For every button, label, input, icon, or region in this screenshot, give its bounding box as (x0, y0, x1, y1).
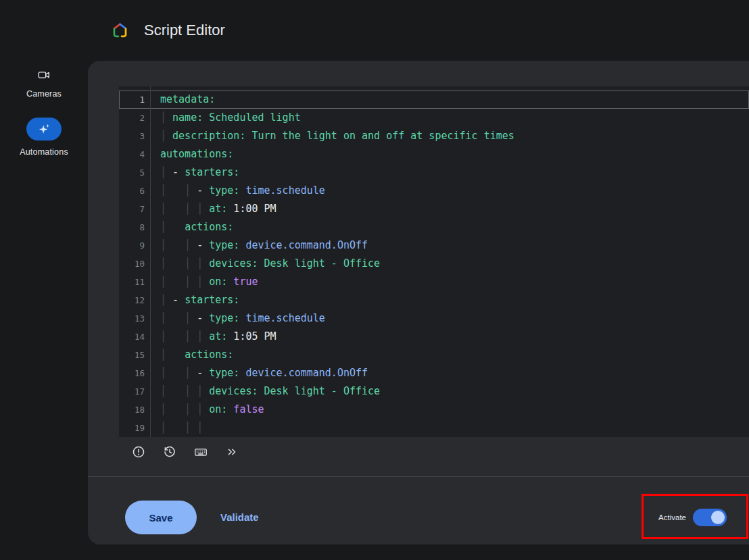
code-line-text: │ │ │ at: 1:05 PM (150, 328, 276, 346)
code-line[interactable]: 1metadata: (119, 91, 749, 109)
code-editor[interactable]: 1metadata:2│ name: Scheduled light3│ des… (119, 86, 749, 437)
code-line-text: │ description: Turn the light on and off… (150, 127, 514, 145)
activate-control: Activate (658, 501, 727, 534)
line-number: 6 (119, 182, 150, 200)
google-home-logo (111, 22, 129, 40)
history-icon (162, 444, 177, 459)
problems-button[interactable] (128, 442, 149, 462)
line-number: 19 (119, 419, 150, 437)
line-number: 17 (119, 382, 150, 401)
code-line[interactable]: 4automations: (119, 145, 749, 163)
activate-toggle[interactable] (693, 509, 727, 526)
code-line-text: │ name: Scheduled light (150, 109, 301, 127)
code-line-text: │ │ │ (150, 419, 203, 437)
line-number: 8 (119, 218, 150, 236)
code-line-text: │ │ - type: time.schedule (150, 182, 325, 200)
footer-divider (88, 476, 749, 477)
code-line[interactable]: 19│ │ │ (119, 419, 749, 437)
app-header: Script Editor (88, 0, 749, 61)
keyboard-button[interactable] (191, 442, 211, 462)
code-line-text: │ │ │ at: 1:00 PM (150, 200, 276, 218)
more-tools-button[interactable] (222, 442, 242, 462)
code-line[interactable]: 15│ actions: (119, 346, 749, 364)
editor-toolbar (128, 442, 242, 462)
line-number: 12 (119, 291, 150, 309)
gutter-divider (150, 86, 151, 437)
code-line[interactable]: 17│ │ │ devices: Desk light - Office (119, 382, 749, 401)
code-line[interactable]: 10│ │ │ devices: Desk light - Office (119, 255, 749, 273)
camera-icon (37, 68, 51, 82)
sidebar-item-label: Automations (20, 147, 68, 157)
code-line-text: │ │ │ on: true (150, 273, 258, 291)
line-number: 11 (119, 273, 150, 291)
editor-lines: 1metadata:2│ name: Scheduled light3│ des… (119, 91, 749, 437)
sidebar-item-automations[interactable]: Automations (0, 118, 88, 157)
code-line-text: │ - starters: (150, 291, 239, 309)
code-line[interactable]: 7│ │ │ at: 1:00 PM (119, 200, 749, 218)
code-line-text: │ actions: (150, 218, 233, 236)
code-line[interactable]: 11│ │ │ on: true (119, 273, 749, 291)
history-button[interactable] (160, 442, 180, 462)
line-number: 13 (119, 309, 150, 328)
sidebar: Cameras Automations (0, 0, 88, 560)
code-line[interactable]: 2│ name: Scheduled light (119, 109, 749, 127)
page-title: Script Editor (144, 22, 225, 39)
automations-sparkle-icon (37, 122, 51, 136)
line-number: 7 (119, 200, 150, 218)
line-number: 15 (119, 346, 150, 364)
line-number: 16 (119, 364, 150, 382)
toggle-knob (711, 511, 725, 524)
code-line[interactable]: 9│ │ - type: device.command.OnOff (119, 236, 749, 255)
code-line[interactable]: 13│ │ - type: time.schedule (119, 309, 749, 328)
code-line-text: │ │ │ devices: Desk light - Office (150, 382, 380, 401)
code-line[interactable]: 16│ │ - type: device.command.OnOff (119, 364, 749, 382)
line-number: 2 (119, 109, 150, 127)
code-line[interactable]: 12│ - starters: (119, 291, 749, 309)
line-number: 4 (119, 145, 150, 163)
sidebar-item-cameras[interactable]: Cameras (0, 68, 88, 99)
double-chevron-right-icon (225, 445, 239, 459)
code-line[interactable]: 6│ │ - type: time.schedule (119, 182, 749, 200)
line-number: 18 (119, 401, 150, 419)
line-number: 9 (119, 236, 150, 255)
editor-card: 1metadata:2│ name: Scheduled light3│ des… (88, 61, 749, 544)
sidebar-item-label: Cameras (26, 89, 62, 99)
validate-button[interactable]: Validate (220, 501, 259, 534)
line-number: 1 (119, 91, 150, 109)
code-line-text: │ │ - type: time.schedule (150, 309, 325, 328)
code-line-text: metadata: (150, 91, 215, 109)
save-button[interactable]: Save (125, 501, 197, 534)
code-line-text: │ - starters: (150, 163, 239, 182)
code-line-text: │ │ │ on: false (150, 401, 264, 419)
automations-active-pill (26, 118, 62, 141)
line-number: 10 (119, 255, 150, 273)
code-line-text: │ actions: (150, 346, 233, 364)
code-line[interactable]: 5│ - starters: (119, 163, 749, 182)
code-line-text: │ │ │ devices: Desk light - Office (150, 255, 380, 273)
line-number: 5 (119, 163, 150, 182)
code-line-text: │ │ - type: device.command.OnOff (150, 364, 368, 382)
code-line[interactable]: 3│ description: Turn the light on and of… (119, 127, 749, 145)
code-line[interactable]: 18│ │ │ on: false (119, 401, 749, 419)
activate-label: Activate (658, 513, 686, 521)
code-line[interactable]: 8│ actions: (119, 218, 749, 236)
line-number: 3 (119, 127, 150, 145)
keyboard-icon (193, 444, 208, 459)
problems-icon (131, 444, 146, 459)
code-line[interactable]: 14│ │ │ at: 1:05 PM (119, 328, 749, 346)
line-number: 14 (119, 328, 150, 346)
code-line-text: automations: (150, 145, 233, 163)
code-line-text: │ │ - type: device.command.OnOff (150, 236, 368, 255)
